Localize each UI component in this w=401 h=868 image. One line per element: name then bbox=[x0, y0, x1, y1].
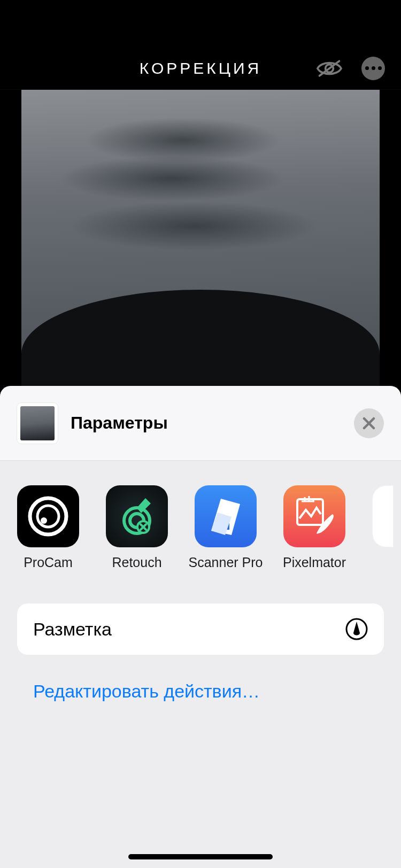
home-indicator[interactable] bbox=[128, 854, 273, 859]
app-item-more[interactable] bbox=[372, 485, 394, 570]
share-sheet: Параметры ProCam bbox=[0, 386, 401, 868]
header-title: КОРРЕКЦИЯ bbox=[140, 59, 261, 78]
app-item-pixelmator[interactable]: Pixelmator bbox=[283, 485, 345, 570]
header-actions bbox=[317, 56, 385, 81]
retouch-icon bbox=[106, 485, 168, 547]
scanner-pro-icon bbox=[195, 485, 257, 547]
app-label: ProCam bbox=[24, 555, 73, 570]
actions-list: Разметка bbox=[17, 603, 384, 655]
more-icon bbox=[365, 66, 382, 70]
editor-header: КОРРЕКЦИЯ bbox=[0, 47, 401, 90]
close-button[interactable] bbox=[354, 408, 384, 438]
photo-preview[interactable] bbox=[21, 90, 380, 386]
pixelmator-icon bbox=[283, 485, 345, 547]
procam-icon bbox=[17, 485, 79, 547]
app-extension-row[interactable]: ProCam Retouch bbox=[0, 461, 401, 570]
app-item-retouch[interactable]: Retouch bbox=[106, 485, 168, 570]
svg-point-6 bbox=[41, 517, 47, 524]
preview-toggle-button[interactable] bbox=[317, 56, 342, 81]
sheet-header: Параметры bbox=[0, 386, 401, 461]
close-icon bbox=[363, 417, 375, 430]
photo-preview-area bbox=[0, 90, 401, 386]
app-label: Pixelmator bbox=[283, 555, 346, 570]
markup-label: Разметка bbox=[33, 619, 112, 640]
sheet-thumbnail bbox=[17, 403, 58, 444]
sheet-title: Параметры bbox=[71, 413, 168, 433]
more-apps-icon bbox=[372, 485, 394, 547]
markup-action[interactable]: Разметка bbox=[17, 603, 384, 655]
svg-point-5 bbox=[37, 506, 59, 527]
edit-actions-label: Редактировать действия… bbox=[33, 681, 260, 702]
app-label: Scanner Pro bbox=[189, 555, 263, 570]
markup-icon bbox=[345, 618, 368, 640]
more-button[interactable] bbox=[361, 57, 385, 80]
status-bar bbox=[0, 0, 401, 47]
eye-off-icon bbox=[317, 58, 342, 79]
app-item-procam[interactable]: ProCam bbox=[17, 485, 79, 570]
edit-actions-button[interactable]: Редактировать действия… bbox=[17, 675, 384, 707]
app-item-scanner-pro[interactable]: Scanner Pro bbox=[195, 485, 257, 570]
svg-point-4 bbox=[30, 498, 66, 534]
app-label: Retouch bbox=[112, 555, 161, 570]
